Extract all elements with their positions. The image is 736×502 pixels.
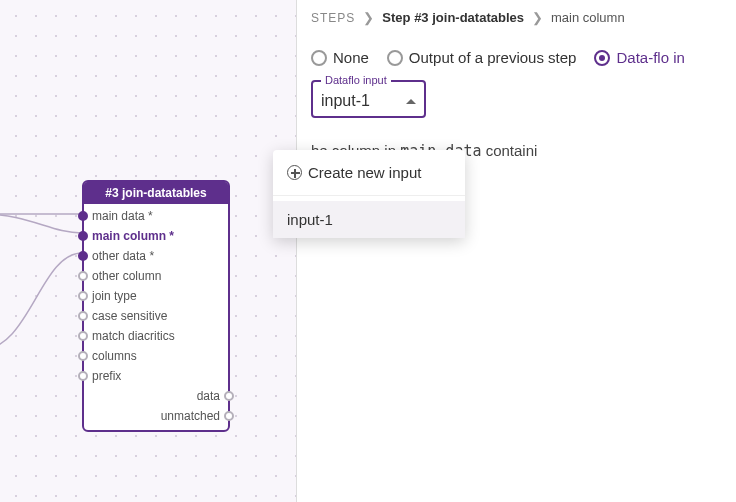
- port-label: prefix: [92, 369, 121, 383]
- radio-dataflo-input[interactable]: Data-flo in: [594, 49, 684, 66]
- port-icon[interactable]: [78, 231, 88, 241]
- radio-none[interactable]: None: [311, 49, 369, 66]
- chevron-up-icon: [406, 99, 416, 104]
- port-label: main data *: [92, 209, 153, 223]
- dataflo-input-select[interactable]: Dataflo input input-1: [311, 80, 426, 118]
- dropdown-item[interactable]: input-1: [273, 201, 465, 238]
- port-label: main column *: [92, 229, 174, 243]
- node-input-port[interactable]: main column *: [84, 226, 228, 246]
- port-label: unmatched: [161, 409, 220, 423]
- node-join-datatables[interactable]: #3 join-datatables main data *main colum…: [82, 180, 230, 432]
- port-label: match diacritics: [92, 329, 175, 343]
- port-icon[interactable]: [224, 391, 234, 401]
- port-icon[interactable]: [78, 371, 88, 381]
- select-value: input-1: [321, 92, 370, 110]
- radio-icon: [311, 50, 327, 66]
- input-dropdown: Create new input input-1: [273, 150, 465, 238]
- side-panel: STEPS ❯ Step #3 join-datatables ❯ main c…: [296, 0, 736, 502]
- node-input-port[interactable]: columns: [84, 346, 228, 366]
- chevron-right-icon: ❯: [532, 10, 543, 25]
- node-title: #3 join-datatables: [84, 182, 228, 204]
- node-output-port[interactable]: unmatched: [84, 406, 228, 426]
- port-icon[interactable]: [78, 211, 88, 221]
- port-icon[interactable]: [78, 291, 88, 301]
- plus-circle-icon: [287, 165, 302, 180]
- node-input-port[interactable]: prefix: [84, 366, 228, 386]
- breadcrumb-root[interactable]: STEPS: [311, 11, 355, 25]
- port-label: join type: [92, 289, 137, 303]
- port-icon[interactable]: [78, 351, 88, 361]
- edge: [0, 253, 82, 350]
- chevron-right-icon: ❯: [363, 10, 374, 25]
- node-input-port[interactable]: match diacritics: [84, 326, 228, 346]
- port-icon[interactable]: [78, 271, 88, 281]
- breadcrumb-step[interactable]: Step #3 join-datatables: [382, 10, 524, 25]
- port-icon[interactable]: [78, 331, 88, 341]
- node-input-port[interactable]: join type: [84, 286, 228, 306]
- node-input-port[interactable]: case sensitive: [84, 306, 228, 326]
- breadcrumb-field: main column: [551, 10, 625, 25]
- workflow-canvas[interactable]: #3 join-datatables main data *main colum…: [0, 0, 296, 502]
- node-input-port[interactable]: other data *: [84, 246, 228, 266]
- source-radio-group: None Output of a previous step Data-flo …: [311, 49, 722, 66]
- dropdown-create-new-input[interactable]: Create new input: [273, 154, 465, 191]
- radio-previous-output[interactable]: Output of a previous step: [387, 49, 577, 66]
- node-output-port[interactable]: data: [84, 386, 228, 406]
- select-legend: Dataflo input: [321, 74, 391, 86]
- port-icon[interactable]: [224, 411, 234, 421]
- port-label: other data *: [92, 249, 154, 263]
- node-input-port[interactable]: other column: [84, 266, 228, 286]
- radio-icon: [594, 50, 610, 66]
- port-icon[interactable]: [78, 251, 88, 261]
- port-label: columns: [92, 349, 137, 363]
- port-label: data: [197, 389, 220, 403]
- port-label: other column: [92, 269, 161, 283]
- edge: [0, 214, 82, 233]
- port-icon[interactable]: [78, 311, 88, 321]
- breadcrumb: STEPS ❯ Step #3 join-datatables ❯ main c…: [311, 10, 722, 25]
- node-input-port[interactable]: main data *: [84, 206, 228, 226]
- port-label: case sensitive: [92, 309, 167, 323]
- radio-icon: [387, 50, 403, 66]
